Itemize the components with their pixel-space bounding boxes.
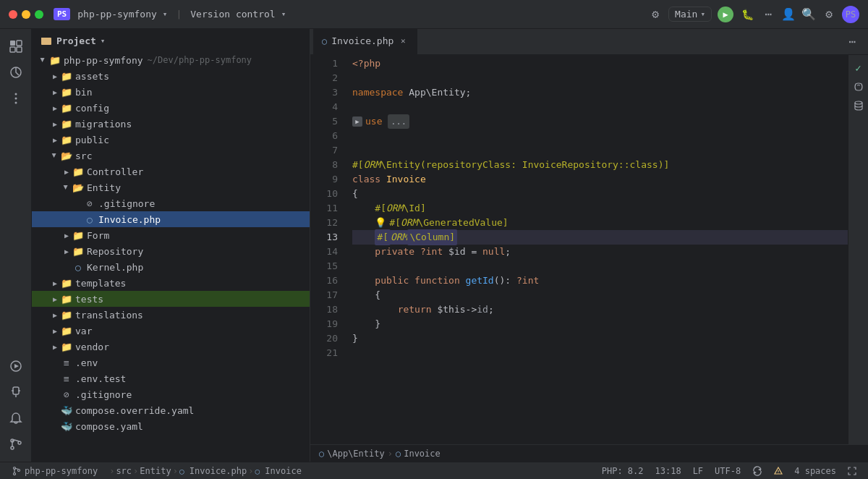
public-arrow: ▶ — [49, 134, 61, 145]
tree-item-form[interactable]: ▶ 📁 Form — [32, 227, 310, 243]
code-line-20: } — [352, 331, 848, 346]
templates-arrow: ▶ — [49, 277, 61, 289]
close-button[interactable] — [9, 10, 17, 19]
breadcrumb-bar: ○ \App\Entity › ○ Invoice — [310, 444, 868, 462]
sidebar-header: Project ▾ — [32, 29, 310, 52]
tree-item-kernel[interactable]: ▶ ○ Kernel.php — [32, 259, 310, 275]
tree-item-repository[interactable]: ▶ 📁 Repository — [32, 243, 310, 259]
tab-more-button[interactable]: ⋯ — [845, 35, 859, 49]
search-icon[interactable]: 🔍 — [801, 7, 816, 22]
settings-icon[interactable]: ⚙ — [822, 7, 836, 22]
templates-icon: 📁 — [61, 277, 72, 289]
compose-override-label: compose.override.yaml — [75, 405, 194, 416]
activity-debug-icon[interactable] — [4, 381, 27, 404]
tab-invoice[interactable]: ○ Invoice.php ✕ — [313, 29, 417, 55]
activity-more-icon[interactable] — [4, 87, 27, 110]
tree-item-env-test[interactable]: ▶ ≡ .env.test — [32, 370, 310, 386]
gitignore-root-icon: ⊘ — [61, 389, 72, 400]
svg-marker-24 — [758, 468, 761, 471]
status-lf: LF — [693, 466, 703, 476]
tree-item-public[interactable]: ▶ 📁 public — [32, 132, 310, 148]
tree-item-compose-yaml[interactable]: ▶ 🐳 compose.yaml — [32, 418, 310, 434]
project-tree: ▶ 📁 php-pp-symfony ~/Dev/php-pp-symfony … — [32, 52, 310, 462]
status-git-branch[interactable]: php-pp-symfony — [6, 462, 103, 479]
svg-point-16 — [18, 441, 21, 444]
bulb-icon[interactable]: 💡 — [375, 216, 386, 230]
code-content[interactable]: <?php namespace App\Entity; ▶ use ... — [346, 55, 848, 444]
status-sync-icon[interactable] — [746, 462, 768, 479]
minimize-button[interactable] — [22, 10, 30, 19]
root-path: ~/Dev/php-pp-symfony — [148, 55, 252, 65]
tree-item-compose-override[interactable]: ▶ 🐳 compose.override.yaml — [32, 402, 310, 418]
tree-item-vendor[interactable]: ▶ 📁 vendor — [32, 339, 310, 355]
status-path-sep1: › — [109, 466, 114, 476]
controller-icon: 📁 — [72, 166, 84, 177]
tree-item-config[interactable]: ▶ 📁 config — [32, 100, 310, 116]
tree-item-migrations[interactable]: ▶ 📁 migrations — [32, 116, 310, 132]
activity-notifications-icon[interactable] — [4, 407, 27, 430]
status-path-sep2: › — [133, 466, 138, 476]
status-encoding[interactable]: UTF-8 — [709, 462, 746, 479]
env-label: .env — [75, 357, 98, 368]
tree-item-tests[interactable]: ▶ 📁 tests — [32, 291, 310, 307]
status-line-ending[interactable]: LF — [687, 462, 709, 479]
more-actions-icon[interactable]: ⋯ — [761, 7, 775, 22]
tab-close-button[interactable]: ✕ — [398, 36, 408, 46]
vc-caret-icon: ▾ — [281, 9, 286, 19]
scroll-icon[interactable] — [851, 80, 866, 94]
run-button[interactable]: ▶ — [718, 7, 733, 22]
breadcrumb-namespace[interactable]: \App\Entity — [327, 449, 384, 459]
run-config-group[interactable]: Main ▾ — [668, 7, 712, 22]
tree-item-gitignore-entity[interactable]: ▶ ⊘ .gitignore — [32, 195, 310, 211]
svg-point-19 — [855, 101, 862, 104]
breadcrumb-class[interactable]: Invoice — [404, 449, 441, 459]
root-arrow: ▶ — [38, 54, 49, 66]
project-name[interactable]: php-pp-symfony — [77, 9, 157, 20]
tree-item-templates[interactable]: ▶ 📁 templates — [32, 275, 310, 291]
debug-button[interactable]: 🐛 — [739, 7, 755, 22]
kernel-icon: ○ — [72, 261, 84, 273]
tree-item-invoice[interactable]: ▶ ○ Invoice.php — [32, 211, 310, 227]
translations-arrow: ▶ — [49, 309, 61, 321]
code-line-16: public function getId(): ?int — [352, 274, 848, 288]
env-icon: ≡ — [61, 357, 72, 368]
var-icon: 📁 — [61, 325, 72, 336]
fold-use-button[interactable]: ▶ — [352, 116, 362, 127]
tree-item-entity[interactable]: ▶ 📂 Entity — [32, 179, 310, 195]
tree-item-env[interactable]: ▶ ≡ .env — [32, 355, 310, 370]
tree-item-translations[interactable]: ▶ 📁 translations — [32, 307, 310, 323]
translations-label: translations — [75, 310, 143, 321]
sidebar: Project ▾ ▶ 📁 php-pp-symfony ~/Dev/php-p… — [32, 29, 310, 462]
maximize-button[interactable] — [35, 10, 43, 19]
database-icon[interactable] — [851, 98, 866, 113]
status-warning[interactable] — [768, 462, 788, 479]
main-layout: Project ▾ ▶ 📁 php-pp-symfony ~/Dev/php-p… — [0, 29, 868, 462]
tree-item-controller[interactable]: ▶ 📁 Controller — [32, 164, 310, 179]
tree-item-bin[interactable]: ▶ 📁 bin — [32, 84, 310, 100]
activity-run-icon[interactable] — [4, 355, 27, 378]
svg-marker-25 — [754, 471, 757, 474]
tree-root[interactable]: ▶ 📁 php-pp-symfony ~/Dev/php-pp-symfony — [32, 52, 310, 68]
svg-rect-18 — [41, 38, 51, 45]
config-label: config — [75, 103, 109, 114]
activity-git-icon[interactable] — [4, 433, 27, 456]
status-expand-icon[interactable] — [842, 462, 862, 479]
tree-item-assets[interactable]: ▶ 📁 assets — [32, 68, 310, 84]
activity-project-icon[interactable] — [4, 35, 27, 58]
code-line-13: #[ORM\Column] — [352, 230, 848, 245]
user-icon[interactable]: PS — [842, 6, 859, 23]
code-editor[interactable]: 1 2 3 4 5 6 7 8 9 10 11 12 13 14 15 16 1 — [310, 55, 848, 444]
version-control-menu[interactable]: Version control — [190, 9, 275, 20]
status-php-version[interactable]: PHP: 8.2 — [596, 462, 650, 479]
code-line-15 — [352, 259, 848, 274]
activity-nav-icon[interactable] — [4, 61, 27, 84]
profile-icon[interactable]: 👤 — [781, 7, 796, 22]
status-indent[interactable]: 4 spaces — [788, 462, 842, 479]
code-line-17: { — [352, 288, 848, 302]
tree-item-var[interactable]: ▶ 📁 var — [32, 323, 310, 339]
svg-rect-3 — [17, 47, 22, 52]
tree-item-gitignore-root[interactable]: ▶ ⊘ .gitignore — [32, 386, 310, 402]
svg-point-22 — [18, 469, 20, 471]
tree-item-src[interactable]: ▶ 📂 src — [32, 148, 310, 164]
folded-use[interactable]: ... — [388, 114, 409, 129]
